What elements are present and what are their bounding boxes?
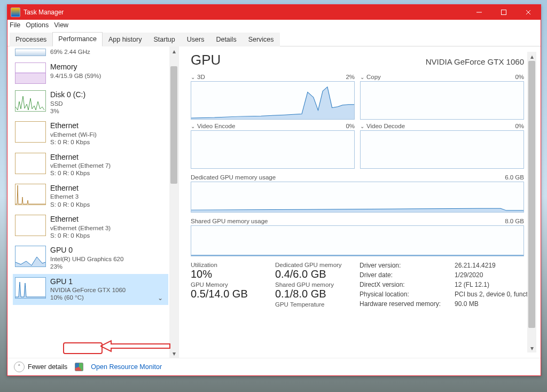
sidebar[interactable]: 69% 2.44 GHz Memory 9.4/15.9 GB (59%) bbox=[7, 46, 169, 358]
ethernet-thumb-chart bbox=[15, 184, 46, 205]
tab-processes[interactable]: Processes bbox=[10, 33, 52, 46]
svg-rect-1 bbox=[502, 10, 506, 15]
sidebar-item-ethernet3[interactable]: Ethernet Ethernet 3 S: 0 R: 0 Kbps bbox=[13, 181, 168, 211]
ethernet-thumb-chart bbox=[15, 153, 46, 174]
window-title: Task Manager bbox=[24, 9, 64, 16]
stat-gpu-temp-label: GPU Temperature bbox=[275, 301, 355, 308]
gpu1-thumb-chart bbox=[15, 277, 46, 299]
panel-label-vdec[interactable]: Video Decode bbox=[366, 123, 405, 129]
scroll-up-icon[interactable]: ▴ bbox=[527, 52, 536, 61]
tab-users[interactable]: Users bbox=[181, 33, 210, 46]
scroll-up-icon[interactable]: ▴ bbox=[169, 46, 178, 56]
cpu-thumb-chart bbox=[15, 49, 46, 56]
tab-services[interactable]: Services bbox=[243, 33, 280, 46]
sidebar-item-gpu1[interactable]: GPU 1 NVIDIA GeForce GTX 1060 10% (60 °C… bbox=[13, 274, 168, 305]
tab-details[interactable]: Details bbox=[210, 33, 242, 46]
panel-video-decode-chart bbox=[360, 130, 524, 169]
chevron-down-icon[interactable]: ⌄ bbox=[191, 123, 195, 129]
main-scrollbar[interactable]: ▴ ▾ bbox=[527, 52, 536, 352]
sidebar-item-vethernet3[interactable]: Ethernet vEthernet (Ethernet 3) S: 0 R: … bbox=[13, 211, 168, 242]
disk-thumb-chart bbox=[15, 90, 46, 112]
sidebar-item-memory[interactable]: Memory 9.4/15.9 GB (59%) bbox=[13, 59, 168, 87]
memory-thumb-chart bbox=[15, 62, 46, 84]
sidebar-item-ethernet-wifi[interactable]: Ethernet vEthernet (Wi-Fi) S: 0 R: 0 Kbp… bbox=[13, 118, 168, 149]
panel-label-copy[interactable]: Copy bbox=[366, 74, 381, 80]
close-button[interactable] bbox=[516, 5, 541, 20]
tab-performance[interactable]: Performance bbox=[52, 32, 103, 46]
menu-file[interactable]: File bbox=[10, 21, 20, 29]
sidebar-scrollbar[interactable]: ▴ ▾ bbox=[169, 46, 178, 358]
stat-shared-mem: 0.1/8.0 GB bbox=[275, 288, 355, 300]
maximize-button[interactable] bbox=[491, 5, 516, 20]
dedicated-mem-label: Dedicated GPU memory usage bbox=[191, 174, 276, 181]
chevron-down-icon[interactable]: ⌄ bbox=[360, 123, 364, 129]
page-title: GPU bbox=[191, 52, 221, 68]
chevron-down-icon[interactable]: ⌄ bbox=[360, 74, 364, 80]
shared-mem-label: Shared GPU memory usage bbox=[191, 218, 268, 224]
panel-shared-mem-chart bbox=[191, 225, 524, 256]
panel-video-encode-chart bbox=[191, 130, 355, 169]
panel-value-vdec: 0% bbox=[515, 123, 524, 129]
task-manager-window: Task Manager File Options View Processes… bbox=[7, 4, 541, 376]
menu-options[interactable]: Options bbox=[26, 21, 49, 29]
panel-copy-chart bbox=[360, 81, 524, 120]
shared-mem-max: 8.0 GB bbox=[505, 218, 524, 224]
ethernet-thumb-chart bbox=[15, 215, 46, 236]
panel-value-copy: 0% bbox=[515, 74, 524, 80]
main-panel: GPU NVIDIA GeForce GTX 1060 ⌄ 3D 2% bbox=[191, 52, 524, 352]
sidebar-item-disk0[interactable]: Disk 0 (C:) SSD 3% bbox=[13, 87, 168, 118]
svg-marker-6 bbox=[191, 87, 354, 119]
footer: ˄ Fewer details Open Resource Monitor bbox=[7, 358, 541, 375]
chevron-down-icon[interactable]: ⌄ bbox=[191, 74, 195, 80]
panel-label-venc[interactable]: Video Encode bbox=[197, 123, 235, 129]
panel-value-venc: 0% bbox=[346, 123, 355, 129]
sidebar-item-ethernet7[interactable]: Ethernet vEthernet (Ethernet 7) S: 0 R: … bbox=[13, 150, 168, 181]
fewer-details-link[interactable]: Fewer details bbox=[28, 363, 67, 371]
cpu-sub: 69% 2.44 GHz bbox=[50, 48, 90, 56]
ethernet-thumb-chart bbox=[15, 121, 46, 143]
sidebar-item-gpu0[interactable]: GPU 0 Intel(R) UHD Graphics 620 23% bbox=[13, 242, 168, 273]
page-subtitle: NVIDIA GeForce GTX 1060 bbox=[426, 57, 524, 66]
stats-grid: Utilization 10% Dedicated GPU memory 0.4… bbox=[191, 262, 524, 310]
panel-value-3d: 2% bbox=[346, 74, 355, 80]
menubar: File Options View bbox=[7, 20, 541, 31]
gpu0-thumb-chart bbox=[15, 246, 46, 267]
stat-utilization: 10% bbox=[191, 268, 271, 280]
dedicated-mem-max: 6.0 GB bbox=[505, 174, 524, 181]
resource-monitor-icon bbox=[75, 363, 83, 371]
tabs: Processes Performance App history Startu… bbox=[7, 31, 541, 46]
scroll-down-icon[interactable]: ▾ bbox=[169, 349, 178, 358]
tab-startup[interactable]: Startup bbox=[147, 33, 181, 46]
panel-3d-chart bbox=[191, 81, 355, 120]
stat-gpu-memory: 0.5/14.0 GB bbox=[191, 288, 271, 300]
tab-app-history[interactable]: App history bbox=[103, 33, 148, 46]
panel-dedicated-mem-chart bbox=[191, 182, 524, 213]
scroll-down-icon[interactable]: ▾ bbox=[527, 343, 536, 352]
fewer-details-icon[interactable]: ˄ bbox=[14, 362, 25, 372]
open-resource-monitor-link[interactable]: Open Resource Monitor bbox=[91, 363, 162, 371]
panel-label-3d[interactable]: 3D bbox=[197, 74, 205, 80]
sidebar-item-cpu[interactable]: 69% 2.44 GHz bbox=[13, 49, 168, 59]
titlebar[interactable]: Task Manager bbox=[7, 5, 541, 20]
stat-dedicated-mem: 0.4/6.0 GB bbox=[275, 268, 355, 280]
minimize-button[interactable] bbox=[467, 5, 491, 20]
menu-view[interactable]: View bbox=[54, 21, 68, 29]
app-icon bbox=[11, 7, 20, 17]
chevron-down-icon[interactable]: ⌄ bbox=[158, 294, 166, 302]
